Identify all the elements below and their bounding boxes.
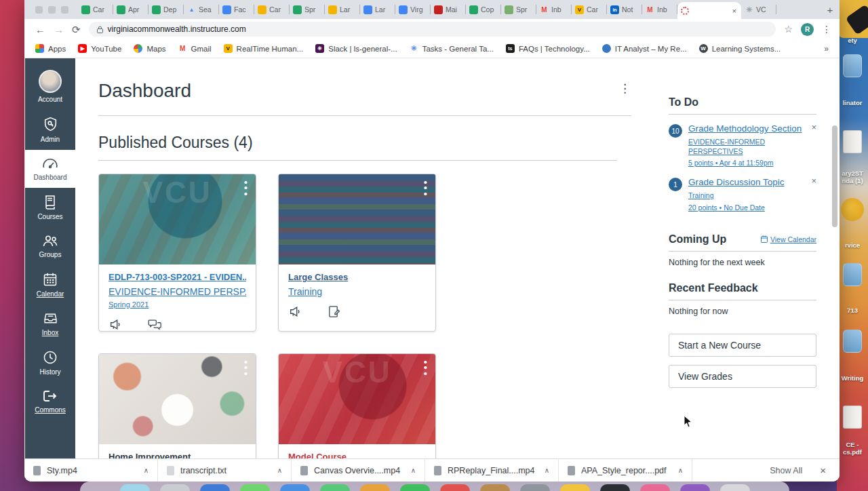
new-tab-button[interactable]: + xyxy=(821,0,840,19)
download-item[interactable]: Canvas Overvie....mp4∧ xyxy=(292,459,425,482)
bookmark-item[interactable]: Maps xyxy=(134,44,165,53)
course-term-link[interactable]: Spring 2021 xyxy=(108,300,149,309)
desktop-folder-icon[interactable] xyxy=(838,0,868,38)
todo-course-link[interactable]: Training xyxy=(688,191,785,201)
todo-meta-link[interactable]: 20 points • No Due Date xyxy=(688,203,765,212)
browser-tab[interactable]: Apr xyxy=(113,0,149,19)
bookmark-item[interactable]: ▶YouTube xyxy=(78,44,121,53)
course-code-link[interactable]: Large Classes xyxy=(288,272,426,282)
browser-tab[interactable]: ✳VC xyxy=(741,0,776,19)
bookmark-item[interactable]: tsFAQs | Technology... xyxy=(506,44,590,53)
reload-button[interactable]: ⟳ xyxy=(72,24,81,35)
url-bar[interactable]: virginiacommonwealth.instructure.com xyxy=(89,22,776,37)
todo-meta-link[interactable]: 5 points • Apr 4 at 11:59pm xyxy=(688,159,773,167)
course-card-options-icon[interactable]: ••• xyxy=(244,180,248,197)
close-window-button[interactable] xyxy=(35,6,43,14)
bookmark-item[interactable]: VRealTime Human... xyxy=(224,44,304,53)
course-card[interactable]: VCU•••Model Course xyxy=(278,353,436,458)
download-item[interactable]: transcript.txt∧ xyxy=(158,459,292,482)
browser-tab[interactable]: Fac xyxy=(219,0,254,19)
forward-button[interactable]: → xyxy=(54,24,64,35)
sidebar-item-admin[interactable]: Admin xyxy=(25,110,75,150)
desktop-file-icon[interactable] xyxy=(837,330,867,354)
sidebar-item-inbox[interactable]: Inbox xyxy=(25,305,75,343)
announcement-icon[interactable] xyxy=(108,318,122,332)
dock-app-icon[interactable] xyxy=(400,484,430,491)
browser-tab[interactable]: inNot xyxy=(607,0,642,19)
browser-tab[interactable]: Spr xyxy=(290,0,325,19)
download-item[interactable]: APA_Style_repor....pdf∧ xyxy=(559,459,692,482)
browser-tab[interactable]: Virg xyxy=(395,0,431,19)
back-button[interactable]: ← xyxy=(35,24,45,35)
course-code-link[interactable]: EDLP-713-003-SP2021 - EVIDEN... xyxy=(108,272,246,282)
todo-title-link[interactable]: Grade Discussion Topic xyxy=(688,177,785,189)
minimize-window-button[interactable] xyxy=(48,6,56,14)
course-card-image[interactable]: VCU••• xyxy=(99,174,256,264)
desktop-file-icon[interactable] xyxy=(837,54,867,79)
course-code-link[interactable]: Model Course xyxy=(288,452,426,458)
bookmarks-overflow-icon[interactable]: » xyxy=(824,44,829,54)
chevron-up-icon[interactable]: ∧ xyxy=(144,467,149,474)
dock-app-icon[interactable] xyxy=(560,484,590,491)
sidebar-item-dashboard[interactable]: Dashboard xyxy=(25,150,75,188)
course-card-image[interactable]: ••• xyxy=(279,174,435,264)
browser-tab[interactable]: Mai xyxy=(431,0,466,19)
dock-app-icon[interactable] xyxy=(440,484,470,491)
todo-title-link[interactable]: Grade Methodology Section xyxy=(688,123,806,135)
sidebar-item-courses[interactable]: Courses xyxy=(25,188,75,227)
browser-tab[interactable]: ▲Sea xyxy=(184,0,219,19)
course-code-link[interactable]: Home Improvement xyxy=(108,452,246,458)
bookmark-star-icon[interactable]: ☆ xyxy=(784,24,793,35)
view-grades-button[interactable]: View Grades xyxy=(669,365,816,388)
dock-app-icon[interactable] xyxy=(600,484,630,491)
bookmark-item[interactable]: IT Analyst – My Re... xyxy=(602,44,687,53)
assignment-icon[interactable] xyxy=(328,305,340,321)
course-card-options-icon[interactable]: ••• xyxy=(424,180,427,197)
dock-app-icon[interactable] xyxy=(160,484,190,491)
profile-avatar[interactable]: R xyxy=(801,23,814,36)
page-scrollbar[interactable] xyxy=(832,125,837,227)
browser-tab[interactable]: Spr xyxy=(501,0,536,19)
todo-dismiss-icon[interactable]: × xyxy=(811,176,816,186)
sidebar-item-commons[interactable]: Commons xyxy=(25,382,75,420)
browser-tab[interactable]: MInb xyxy=(536,0,572,19)
bookmark-item[interactable]: ✳Slack | ls-general-... xyxy=(315,44,397,53)
bookmark-item[interactable]: WLearning Systems... xyxy=(699,44,781,53)
browser-tab[interactable]: Car xyxy=(78,0,113,19)
chevron-up-icon[interactable]: ∧ xyxy=(277,467,282,474)
downloads-bar-close-icon[interactable]: × xyxy=(820,465,826,476)
view-calendar-link[interactable]: View Calendar xyxy=(761,235,816,243)
course-name-link[interactable]: Training xyxy=(288,286,426,297)
course-name-link[interactable]: EVIDENCE-INFORMED PERSP... xyxy=(108,286,246,297)
dock-app-icon[interactable] xyxy=(120,484,150,491)
desktop-file-icon[interactable] xyxy=(837,130,867,155)
browser-tab[interactable]: Dep xyxy=(149,0,184,19)
announcement-icon[interactable] xyxy=(288,305,302,321)
dashboard-options-icon[interactable]: ⋮ xyxy=(619,81,631,96)
browser-menu-icon[interactable]: ⋮ xyxy=(822,24,831,35)
show-all-button[interactable]: Show All xyxy=(770,466,802,475)
bookmark-item[interactable]: MGmail xyxy=(178,44,212,53)
browser-tab[interactable]: Car xyxy=(254,0,290,19)
course-card-options-icon[interactable]: ••• xyxy=(424,359,427,376)
browser-tab[interactable]: Cop xyxy=(466,0,501,19)
dock-app-icon[interactable] xyxy=(280,484,310,491)
dock-app-icon[interactable] xyxy=(520,484,550,491)
course-card[interactable]: •••Large ClassesTraining xyxy=(278,174,436,332)
dock-app-icon[interactable] xyxy=(360,484,390,491)
desktop-file-icon[interactable] xyxy=(837,263,867,288)
course-card-image[interactable]: ••• xyxy=(99,354,256,444)
dock-app-icon[interactable] xyxy=(320,484,350,491)
dock-app-icon[interactable] xyxy=(640,484,670,491)
course-card-options-icon[interactable]: ••• xyxy=(244,359,248,376)
desktop-file-icon[interactable] xyxy=(837,406,867,430)
chevron-up-icon[interactable]: ∧ xyxy=(545,467,549,474)
chevron-up-icon[interactable]: ∧ xyxy=(411,467,416,474)
course-card-image[interactable]: VCU••• xyxy=(279,354,435,444)
browser-tab[interactable]: Lar xyxy=(325,0,360,19)
bookmark-item[interactable]: ✳Tasks - General Ta... xyxy=(410,44,494,53)
bookmark-item[interactable]: Apps xyxy=(35,44,66,53)
sidebar-item-calendar[interactable]: Calendar xyxy=(25,265,75,305)
dock-app-icon[interactable] xyxy=(720,484,750,491)
dock-app-icon[interactable] xyxy=(240,484,270,491)
